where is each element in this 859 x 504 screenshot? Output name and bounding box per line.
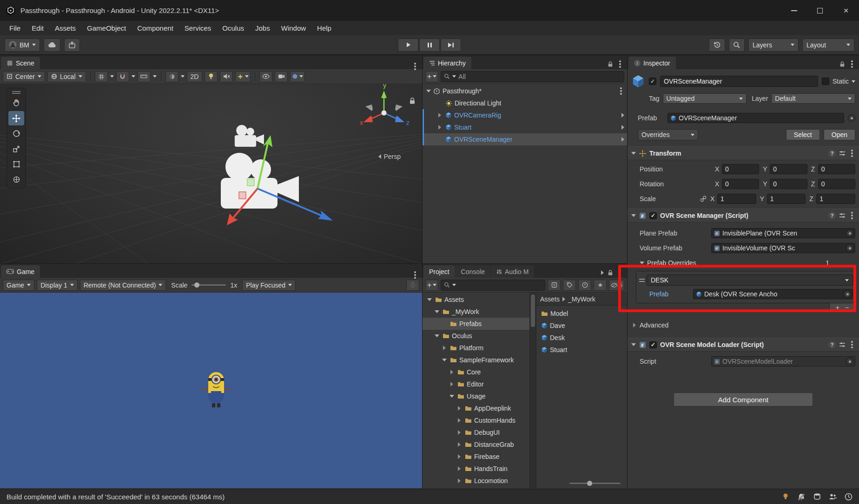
component-enabled-checkbox[interactable]: ✓ (649, 341, 657, 348)
kebab-icon[interactable] (620, 90, 622, 92)
foldout-open-icon[interactable] (631, 343, 636, 346)
position-y-field[interactable]: 0 (770, 164, 807, 174)
scale-x-field[interactable]: 1 (717, 194, 756, 204)
hierarchy-item-ovrcamerarig[interactable]: OVRCameraRig (423, 109, 627, 121)
pause-button[interactable] (419, 39, 440, 52)
layout-dropdown[interactable]: Layout (802, 39, 854, 52)
maximize-button[interactable] (807, 0, 833, 21)
component-overlay-button[interactable] (290, 71, 305, 82)
presets-icon[interactable] (839, 213, 846, 218)
prefab-overrides-list-header[interactable]: Prefab Overrides 1 (631, 257, 855, 269)
tab-game[interactable]: Game (1, 265, 40, 278)
hierarchy-item-stuart[interactable]: Stuart (423, 121, 627, 133)
menu-gameobject[interactable]: GameObject (81, 21, 132, 35)
effects-dropdown[interactable] (235, 71, 251, 82)
scale-z-field[interactable]: 1 (816, 194, 855, 204)
chevron-down-icon[interactable] (153, 75, 157, 78)
minimize-button[interactable] (781, 0, 807, 21)
scale-tool-button[interactable] (8, 142, 24, 156)
ovr-scene-manager-header[interactable]: # ✓ OVR Scene Manager (Script) ? (628, 209, 859, 223)
scene-visibility-toggle[interactable] (259, 71, 272, 82)
rotation-z-field[interactable]: 0 (818, 179, 855, 189)
tag-dropdown[interactable]: Untagged (663, 93, 747, 104)
foldout-closed-icon[interactable] (443, 346, 446, 350)
scene-lighting-toggle[interactable] (205, 71, 218, 82)
open-prefab-chevron[interactable] (621, 125, 624, 130)
tree-item-platform[interactable]: Platform (423, 342, 529, 354)
position-x-field[interactable]: 0 (722, 164, 759, 174)
chevron-down-icon[interactable] (181, 75, 185, 78)
overrides-dropdown[interactable]: Overrides (638, 129, 698, 140)
tab-project[interactable]: Project (423, 265, 455, 278)
list-size[interactable]: 1 (826, 259, 829, 267)
hierarchy-item-directional-light[interactable]: Directional Light (423, 97, 627, 109)
breadcrumb-root[interactable]: Assets (540, 295, 560, 303)
help-icon[interactable]: ? (828, 341, 836, 348)
tab-hierarchy[interactable]: Hierarchy (423, 57, 471, 69)
menu-file[interactable]: File (4, 21, 26, 35)
open-prefab-chevron[interactable] (621, 113, 624, 118)
menu-services[interactable]: Services (179, 21, 217, 35)
gizmo-lock-icon[interactable] (409, 97, 416, 105)
tab-scene[interactable]: Scene (1, 57, 40, 69)
menu-assets[interactable]: Assets (49, 21, 81, 35)
tree-item-distancegrab[interactable]: DistanceGrab (423, 439, 529, 451)
foldout-open-icon[interactable] (640, 262, 644, 264)
tree-item-editor[interactable]: Editor (423, 378, 529, 390)
scrollbar-thumb[interactable] (531, 295, 535, 327)
lock-icon[interactable] (608, 61, 613, 67)
tab-console[interactable]: Console (456, 265, 490, 278)
scene-audio-toggle[interactable] (220, 71, 233, 82)
foldout-closed-icon[interactable] (438, 113, 441, 118)
tree-item-debugui[interactable]: DebugUI (423, 426, 529, 439)
rotate-tool-button[interactable] (8, 126, 24, 141)
foldout-open-icon[interactable] (442, 359, 447, 361)
tab-audio-mixer[interactable]: Audio M (491, 265, 534, 278)
kebab-icon[interactable] (414, 65, 416, 67)
presets-icon[interactable] (839, 342, 846, 347)
foldout-closed-icon[interactable] (458, 406, 461, 411)
kebab-icon[interactable] (851, 215, 853, 216)
hierarchy-search-input[interactable]: All (441, 71, 624, 82)
object-picker-icon[interactable] (846, 229, 853, 237)
foldout-closed-icon[interactable] (450, 370, 453, 374)
menu-oculus[interactable]: Oculus (217, 21, 250, 35)
tree-item-customhands[interactable]: CustomHands (423, 414, 529, 426)
override-key-dropdown[interactable]: DESK (647, 275, 853, 286)
static-flags-dropdown[interactable] (852, 80, 855, 83)
foldout-open-icon[interactable] (426, 90, 431, 92)
remote-device-dropdown[interactable]: Remote (Not Connected) (80, 280, 166, 291)
layers-dropdown[interactable]: Layers (748, 39, 799, 52)
transform-header[interactable]: Transform ? (628, 146, 859, 160)
cloud-button[interactable] (44, 39, 60, 52)
volume-prefab-field[interactable]: # InvisibleVolume (OVR Sc (711, 243, 855, 253)
step-button[interactable] (441, 39, 461, 52)
tree-item-usage[interactable]: Usage (423, 390, 529, 402)
hierarchy-item-ovrscenemanager[interactable]: OVRSceneManager (423, 133, 627, 145)
component-enabled-checkbox[interactable]: ✓ (649, 212, 657, 219)
gameobject-name-field[interactable]: OVRSceneManager (660, 76, 818, 87)
kebab-icon[interactable] (851, 344, 853, 346)
foldout-closed-icon[interactable] (458, 430, 461, 435)
asset-item-model[interactable]: Model (536, 308, 627, 320)
project-search-input[interactable] (441, 280, 545, 291)
move-tool-button[interactable] (8, 111, 24, 125)
kebab-icon[interactable] (851, 152, 853, 154)
open-button[interactable]: Open (824, 129, 855, 140)
tool-handle-rotation-dropdown[interactable]: Local (47, 71, 86, 82)
collab-icon[interactable] (829, 493, 837, 500)
plane-prefab-field[interactable]: # InvisiblePlane (OVR Scen (711, 228, 855, 238)
foldout-open-icon[interactable] (631, 152, 636, 155)
kebab-icon[interactable] (619, 63, 621, 65)
tree-item-appdeeplink[interactable]: AppDeeplink (423, 402, 529, 414)
foldout-closed-icon[interactable] (438, 125, 441, 130)
tree-item-handstrain[interactable]: HandsTrain (423, 463, 529, 475)
asset-item-dave[interactable]: Dave (536, 320, 627, 332)
log-filter-button[interactable] (578, 280, 591, 291)
create-object-button[interactable]: + (425, 71, 438, 82)
override-element-row[interactable]: DESK (638, 273, 853, 287)
menu-edit[interactable]: Edit (26, 21, 49, 35)
close-button[interactable]: × (833, 0, 859, 21)
asset-item-desk[interactable]: Desk (536, 332, 627, 344)
status-message[interactable]: Build completed with a result of 'Succee… (7, 493, 225, 501)
